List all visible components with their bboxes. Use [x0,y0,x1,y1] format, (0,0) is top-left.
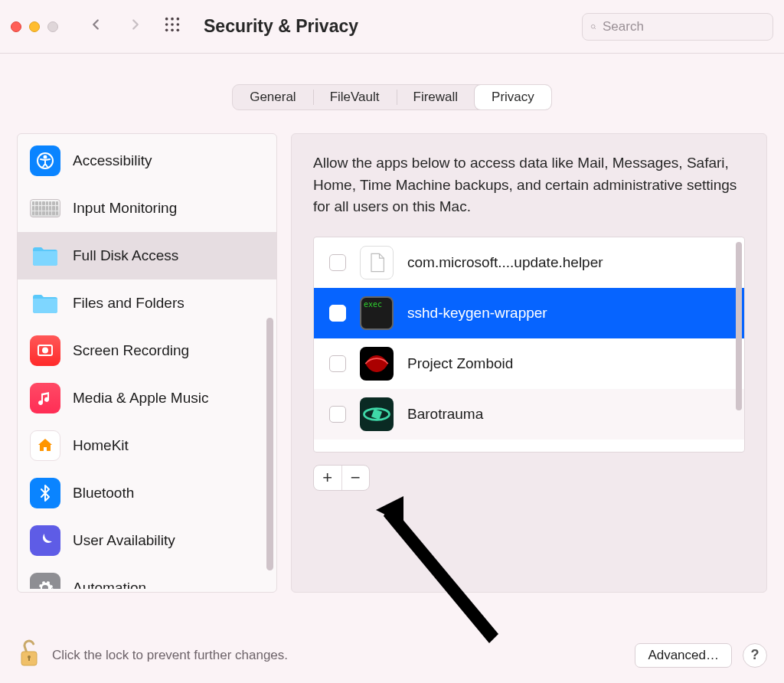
sidebar-item-label: Accessibility [73,152,152,169]
app-list-scrollbar[interactable] [736,242,742,410]
add-app-button[interactable]: + [314,466,341,490]
forward-button[interactable] [127,16,144,37]
app-row[interactable]: exec sshd-keygen-wrapper [314,288,744,338]
show-all-prefs-button[interactable] [164,16,181,37]
sidebar-item-homekit[interactable]: HomeKit [18,422,276,469]
search-field[interactable] [582,13,773,41]
app-checkbox[interactable] [329,355,346,372]
tab-label: Privacy [492,90,534,105]
svg-rect-16 [371,408,382,419]
svg-point-8 [177,29,180,32]
sidebar-item-media-apple-music[interactable]: Media & Apple Music [18,374,276,422]
remove-app-button[interactable]: − [341,466,370,490]
svg-point-7 [171,29,174,32]
tab-general[interactable]: General [233,85,312,109]
lock-button[interactable] [17,638,41,672]
app-name: Project Zomboid [407,355,513,372]
tab-label: General [250,90,296,105]
sidebar-item-label: Automation [73,580,146,589]
sidebar-item-label: Bluetooth [73,485,134,502]
tab-label: FileVault [330,90,380,105]
project-zomboid-icon [360,347,394,381]
back-button[interactable] [87,16,104,37]
app-name: sshd-keygen-wrapper [407,305,547,322]
svg-point-14 [43,348,47,353]
tab-label: Firewall [413,90,459,105]
app-row[interactable]: Barotrauma [314,389,744,440]
svg-point-4 [171,23,174,26]
sidebar-item-label: Media & Apple Music [73,390,208,407]
terminal-icon: exec [360,296,394,330]
app-checkbox[interactable] [329,305,346,322]
screen-recording-icon [30,335,60,366]
sidebar-item-label: Input Monitoring [73,200,177,217]
content-description: Allow the apps below to access data like… [313,152,745,218]
folder-icon [30,240,60,271]
svg-line-10 [595,28,596,28]
moon-icon [30,525,60,556]
sidebar-item-label: Files and Folders [73,295,185,312]
sidebar-item-bluetooth[interactable]: Bluetooth [18,469,276,517]
minimize-window-button[interactable] [29,21,40,32]
keyboard-icon [30,193,60,224]
add-remove-buttons: + − [313,465,370,491]
svg-point-12 [44,156,47,158]
svg-point-0 [165,18,168,21]
app-row[interactable]: Project Zomboid [314,338,744,389]
help-button[interactable]: ? [743,643,767,668]
app-row[interactable]: com.microsoft....update.helper [314,237,744,288]
fullscreen-window-button[interactable] [47,21,58,32]
tab-firewall[interactable]: Firewall [397,85,475,109]
sidebar-item-user-availability[interactable]: User Availability [18,517,276,564]
sidebar-item-automation[interactable]: Automation [18,564,276,589]
titlebar: Security & Privacy [0,0,784,54]
sidebar-item-label: User Availability [73,532,175,549]
app-checkbox[interactable] [329,406,346,423]
accessibility-icon [30,145,60,176]
app-name: com.microsoft....update.helper [407,254,603,271]
footer-bar: Click the lock to prevent further change… [17,638,767,672]
content-pane: Allow the apps below to access data like… [291,133,767,593]
privacy-categories-sidebar: Accessibility Input Monitoring Full Disk… [17,133,277,593]
app-name: Barotrauma [407,406,483,423]
svg-point-3 [165,23,168,26]
svg-point-1 [171,18,174,21]
home-icon [30,430,60,461]
sidebar-item-label: Screen Recording [73,342,189,359]
sidebar-item-label: Full Disk Access [73,247,178,264]
sidebar-item-screen-recording[interactable]: Screen Recording [18,327,276,374]
app-list: com.microsoft....update.helper exec sshd… [313,237,745,453]
tab-privacy[interactable]: Privacy [475,85,551,109]
document-icon [360,246,394,279]
search-input[interactable] [603,19,765,34]
tabs-bar: General FileVault Firewall Privacy [0,84,784,110]
sidebar-scrollbar[interactable] [266,318,273,570]
svg-point-9 [591,25,595,28]
advanced-button-label: Advanced… [648,648,719,663]
sidebar-item-label: HomeKit [73,437,129,454]
lock-text: Click the lock to prevent further change… [52,648,624,663]
advanced-button[interactable]: Advanced… [635,643,732,668]
main-panel: Accessibility Input Monitoring Full Disk… [17,133,767,593]
music-icon [30,383,60,413]
sidebar-item-full-disk-access[interactable]: Full Disk Access [18,232,276,279]
folder-icon [30,288,60,319]
tabs-segmented: General FileVault Firewall Privacy [232,84,552,110]
search-icon [590,20,596,34]
tab-filevault[interactable]: FileVault [313,85,397,109]
sidebar-item-files-and-folders[interactable]: Files and Folders [18,279,276,327]
svg-point-2 [177,18,180,21]
svg-point-5 [177,23,180,26]
help-button-label: ? [751,647,760,663]
bluetooth-icon [30,478,60,508]
app-checkbox[interactable] [329,254,346,271]
sidebar-item-input-monitoring[interactable]: Input Monitoring [18,185,276,232]
barotrauma-icon [360,397,394,431]
sidebar-item-accessibility[interactable]: Accessibility [18,137,276,185]
close-window-button[interactable] [11,21,21,32]
gear-icon [30,573,60,589]
page-title: Security & Privacy [204,16,358,37]
traffic-lights [11,21,58,32]
svg-point-6 [165,29,168,32]
svg-rect-20 [28,657,30,661]
